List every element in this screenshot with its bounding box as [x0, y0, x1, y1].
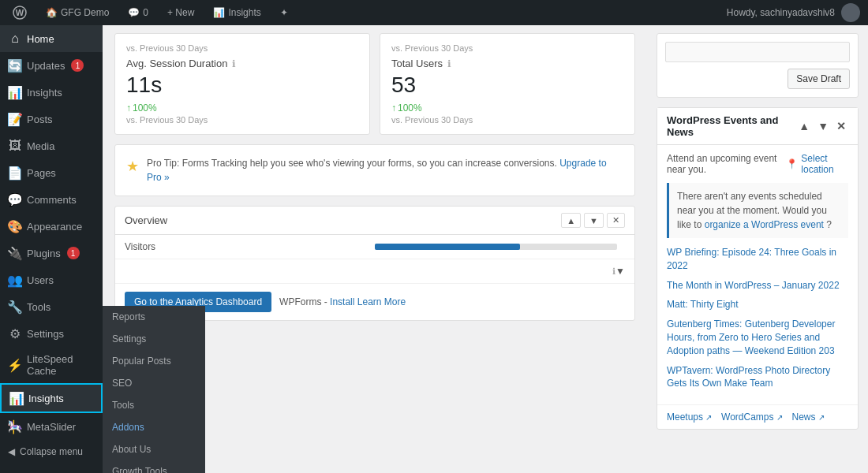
- wordcamps-link[interactable]: WordCamps ↗: [721, 412, 782, 423]
- sidebar-item-settings[interactable]: ⚙ Settings: [0, 320, 103, 347]
- submenu-reports[interactable]: Reports: [103, 306, 205, 328]
- submenu-growth-tools[interactable]: Growth Tools: [103, 460, 205, 473]
- new-content[interactable]: + New: [163, 0, 199, 25]
- news-item-4[interactable]: Gutenberg Times: Gutenberg Developer Hou…: [667, 318, 848, 357]
- events-news-title: WordPress Events and News: [667, 114, 796, 138]
- sidebar-item-insights[interactable]: 📊 Insights: [0, 383, 103, 413]
- collapse-icon: ◀: [8, 446, 15, 457]
- sidebar-item-comments[interactable]: 💬 Comments: [0, 186, 103, 213]
- events-close[interactable]: ✕: [834, 120, 848, 132]
- settings-icon: ⚙: [8, 326, 22, 341]
- organize-event-link[interactable]: organize a WordPress event: [705, 219, 824, 230]
- pro-tip-text: Pro Tip: Forms Tracking help you see who…: [147, 158, 557, 169]
- events-footer: Meetups ↗ WordCamps ↗ News ↗: [657, 404, 858, 429]
- news-item-3[interactable]: Matt: Thirty Eight: [667, 298, 848, 311]
- avg-session-change: ↑ 100%: [126, 102, 358, 114]
- total-users-card: vs. Previous 30 Days Total Users ℹ 53 ↑ …: [380, 33, 635, 135]
- sidebar-item-metaslider[interactable]: 🎠 MetaSlider: [0, 413, 103, 440]
- news-item-2[interactable]: The Month in WordPress – January 2022: [667, 279, 848, 292]
- sidebar-item-users[interactable]: 👥 Users: [0, 266, 103, 293]
- news-link-footer[interactable]: News ↗: [792, 412, 825, 423]
- total-users-vs-bottom: vs. Previous 30 Days: [391, 115, 623, 125]
- avg-session-title: Avg. Session Duration: [126, 58, 227, 69]
- plugins-badge: 1: [67, 247, 80, 259]
- submenu-settings[interactable]: Settings: [103, 328, 205, 350]
- submenu-popular-posts[interactable]: Popular Posts: [103, 350, 205, 372]
- insights-icon: 📊: [8, 85, 22, 99]
- meetups-link[interactable]: Meetups ↗: [667, 412, 712, 423]
- comments-menu-icon: 💬: [8, 192, 22, 207]
- events-news-panel: WordPress Events and News ▲ ▼ ✕ Attend a…: [657, 107, 859, 430]
- appearance-icon: 🎨: [8, 219, 22, 233]
- overview-down-btn[interactable]: ▼: [584, 213, 604, 228]
- metaslider-icon: 🎠: [8, 419, 22, 434]
- events-collapse-down[interactable]: ▼: [815, 120, 831, 132]
- news-item-5[interactable]: WPTavern: WordPress Photo Directory Gets…: [667, 364, 848, 391]
- collapse-menu[interactable]: ◀ Collapse menu: [0, 440, 103, 464]
- wpforms-learn-link[interactable]: Learn More: [357, 296, 406, 307]
- comments-link[interactable]: 💬 0: [123, 0, 153, 25]
- total-users-info-icon[interactable]: ℹ: [447, 58, 451, 69]
- news-item-1[interactable]: WP Briefing: Episode 24: Three Goals in …: [667, 246, 848, 273]
- plugins-icon: 🔌: [8, 246, 22, 260]
- sidebar-item-media[interactable]: 🖼 Media: [0, 132, 103, 159]
- overview-controls: ▲ ▼ ✕: [561, 213, 625, 228]
- wp-logo[interactable]: W: [8, 0, 32, 25]
- insights-adminbar[interactable]: 📊 Insights: [208, 0, 265, 25]
- sidebar-item-pages[interactable]: 📄 Pages: [0, 159, 103, 186]
- wpforms-install-link[interactable]: Install: [330, 296, 354, 307]
- sidebar-item-home[interactable]: ⌂ Home: [0, 25, 103, 52]
- news-ext-icon: ↗: [818, 413, 825, 422]
- visitors-row: Visitors: [115, 235, 634, 259]
- sidebar-item-appearance[interactable]: 🎨 Appearance: [0, 213, 103, 240]
- no-events-notice: There aren't any events scheduled near y…: [667, 183, 848, 238]
- events-collapse-up[interactable]: ▲: [796, 120, 812, 132]
- select-location-link[interactable]: Select location: [801, 153, 848, 175]
- posts-icon: 📝: [8, 112, 22, 126]
- overview-title: Overview: [125, 214, 167, 226]
- site-name[interactable]: 🏠 GFG Demo: [41, 0, 114, 25]
- avg-session-vs-top: vs. Previous 30 Days: [126, 43, 358, 53]
- submenu-tools[interactable]: Tools: [103, 394, 205, 416]
- submenu-seo[interactable]: SEO: [103, 372, 205, 394]
- save-draft-area: Save Draft: [657, 33, 859, 98]
- avg-session-card: vs. Previous 30 Days Avg. Session Durati…: [114, 33, 370, 135]
- sidebar-item-plugins[interactable]: 🔌 Plugins 1: [0, 240, 103, 266]
- sidebar-item-updates[interactable]: 🔄 Updates 1: [0, 52, 103, 79]
- visitors-label: Visitors: [125, 241, 367, 252]
- wordcamps-ext-icon: ↗: [776, 413, 783, 422]
- home-icon: 🏠: [46, 7, 58, 18]
- sidebar-item-insights-top[interactable]: 📊 Insights: [0, 79, 103, 106]
- updates-badge: 1: [71, 59, 84, 72]
- meetups-ext-icon: ↗: [705, 413, 712, 422]
- media-icon: 🖼: [8, 139, 22, 153]
- visitors-bar: [375, 244, 617, 250]
- star-icon: ★: [126, 158, 139, 175]
- insights2-icon: 📊: [9, 391, 24, 405]
- comments-icon: 💬: [128, 7, 140, 18]
- events-body: Attend an upcoming event near you. 📍 Sel…: [657, 145, 858, 404]
- total-users-change: ↑ 100%: [391, 102, 623, 114]
- sidebar-item-posts[interactable]: 📝 Posts: [0, 106, 103, 132]
- right-column: Save Draft WordPress Events and News ▲ ▼…: [647, 25, 868, 473]
- avg-session-info-icon[interactable]: ℹ: [232, 58, 236, 69]
- draft-input[interactable]: [665, 42, 850, 62]
- svg-text:W: W: [16, 8, 24, 17]
- pages-icon: 📄: [8, 166, 22, 180]
- total-users-arrow: ↑: [391, 102, 396, 114]
- submenu-about-us[interactable]: About Us: [103, 438, 205, 460]
- tools-icon: 🔧: [8, 300, 22, 314]
- sidebar-item-litespeed[interactable]: ⚡ LiteSpeed Cache: [0, 347, 103, 383]
- customize-icon[interactable]: ✦: [275, 0, 293, 25]
- overview-close-btn[interactable]: ✕: [607, 213, 625, 228]
- events-controls: ▲ ▼ ✕: [796, 120, 848, 132]
- save-draft-button[interactable]: Save Draft: [788, 69, 850, 89]
- overview-collapse-btn[interactable]: ▲: [561, 213, 581, 228]
- visitors-bar-fill: [375, 244, 520, 250]
- overview-expand-icon[interactable]: ▼: [615, 266, 625, 277]
- avg-session-vs-bottom: vs. Previous 30 Days: [126, 115, 358, 125]
- howdy-text: Howdy, sachinyadavshiv8: [727, 7, 835, 18]
- submenu-addons[interactable]: Addons: [103, 416, 205, 438]
- sidebar-item-tools[interactable]: 🔧 Tools: [0, 293, 103, 320]
- events-location: Attend an upcoming event near you. 📍 Sel…: [667, 153, 848, 175]
